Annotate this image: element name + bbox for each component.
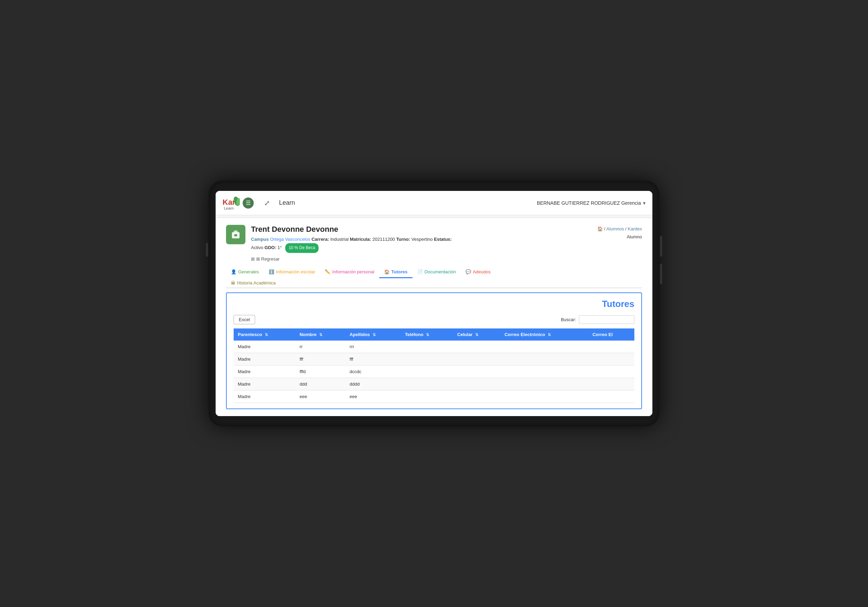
sort-icon: ⇅ (426, 333, 429, 337)
app-name: Learn (279, 199, 295, 206)
col-celular[interactable]: Celular ⇅ (453, 328, 500, 341)
expand-icon[interactable]: ⤢ (264, 199, 270, 207)
chevron-down-icon: ▾ (643, 200, 645, 206)
main-content: Trent Devonne Devonne Campus Ortega Vasc… (215, 218, 653, 416)
cell-apellidos: eee (346, 390, 401, 403)
tabs-nav: 👤 Generales ℹ️ Información escolar ✏️ In… (226, 266, 642, 288)
cell-correo2 (588, 365, 634, 378)
cell-correo (500, 390, 588, 403)
tab-generales[interactable]: 👤 Generales (226, 266, 264, 278)
regresar-btn[interactable]: ⊞ ⊞ Regresar (251, 256, 642, 262)
carrera-value: Industrial (330, 237, 349, 242)
cell-telefono (401, 353, 453, 365)
user-name: BERNABE GUTIERREZ RODRIGUEZ Gerencia (537, 200, 641, 206)
search-input[interactable] (579, 315, 634, 324)
student-info: Trent Devonne Devonne Campus Ortega Vasc… (251, 225, 452, 253)
tab-info-escolar[interactable]: ℹ️ Información escolar (264, 266, 320, 278)
user-menu[interactable]: BERNABE GUTIERREZ RODRIGUEZ Gerencia ▾ (537, 200, 645, 206)
cell-correo2 (588, 341, 634, 353)
cell-celular (453, 390, 500, 403)
tab-documentacion-icon: 📄 (417, 269, 423, 274)
tab-adeudos-icon: 💬 (465, 269, 471, 274)
col-correo[interactable]: Correo Electrónico ⇅ (500, 328, 588, 341)
cell-parentesco: Madre (234, 365, 295, 378)
search-row: Buscar: (561, 315, 634, 324)
cell-correo2 (588, 353, 634, 365)
tab-adeudos-label: Adeudos (473, 269, 490, 274)
tutores-panel: Tutores Excel Buscar: Parentesco ⇅ Nombr… (226, 293, 642, 409)
buscar-label: Buscar: (561, 317, 576, 322)
gdo-value: 1° (277, 245, 282, 250)
cell-celular (453, 365, 500, 378)
student-left: Trent Devonne Devonne Campus Ortega Vasc… (226, 225, 452, 253)
cell-celular (453, 353, 500, 365)
campus-value: Ortega Vasconcelos (270, 237, 310, 242)
table-body: MadrerrrrrMadreffffffMadrefffddccdcMadre… (234, 341, 634, 403)
cell-parentesco: Madre (234, 353, 295, 365)
backpack-icon (230, 229, 242, 240)
cell-correo (500, 353, 588, 365)
matricula-label: Matrícula: (350, 237, 371, 242)
regresar-icon: ⊞ (251, 256, 255, 262)
tab-documentacion[interactable]: 📄 Documentación (412, 266, 461, 278)
cell-telefono (401, 341, 453, 353)
breadcrumb-sep2: / (625, 226, 627, 231)
carrera-label: Carrera: (312, 237, 329, 242)
cell-telefono (401, 390, 453, 403)
cell-correo (500, 341, 588, 353)
tab-generales-icon: 👤 (231, 269, 236, 274)
regresar-label: ⊞ Regresar (256, 256, 280, 262)
student-header: Trent Devonne Devonne Campus Ortega Vasc… (226, 225, 642, 253)
cell-nombre: ddd (295, 378, 345, 390)
breadcrumb-sep1: / (604, 226, 606, 231)
tab-documentacion-label: Documentación (425, 269, 456, 274)
excel-button[interactable]: Excel (234, 315, 255, 324)
tab-info-personal[interactable]: ✏️ Información personal (320, 266, 379, 278)
navbar-left: Kambal Learn ☰ ⤢ Learn (223, 194, 295, 212)
table-row: Madreddddddd (234, 378, 634, 390)
hamburger-icon: ☰ (246, 200, 251, 206)
tab-tutores-label: Tutores (391, 269, 408, 274)
tab-adeudos[interactable]: 💬 Adeudos (461, 266, 495, 278)
breadcrumb-kardex[interactable]: Kardex (628, 226, 642, 231)
student-meta: Campus Ortega Vasconcelos Carrera: Indus… (251, 235, 452, 253)
tab-tutores[interactable]: 🏠 Tutores (379, 266, 412, 278)
tab-historia-icon: 🏛 (231, 280, 236, 285)
col-parentesco[interactable]: Parentesco ⇅ (234, 328, 295, 341)
turno-label: Turno: (396, 237, 410, 242)
sort-icon: ⇅ (475, 333, 478, 337)
cell-parentesco: Madre (234, 341, 295, 353)
cell-apellidos: fff (346, 353, 401, 365)
tab-info-escolar-label: Información escolar (276, 269, 315, 274)
cell-telefono (401, 378, 453, 390)
col-nombre[interactable]: Nombre ⇅ (295, 328, 345, 341)
table-row: Madrefffddccdc (234, 365, 634, 378)
tab-generales-label: Generales (238, 269, 259, 274)
col-telefono[interactable]: Teléfono ⇅ (401, 328, 453, 341)
sort-icon: ⇅ (265, 333, 268, 337)
navbar: Kambal Learn ☰ ⤢ Learn BERNABE GUTIERREZ… (215, 191, 653, 215)
sort-icon: ⇅ (373, 333, 376, 337)
beca-badge: 10 % De Beca (285, 243, 319, 253)
breadcrumb-alumno: Alumno (627, 234, 642, 239)
tab-historia-label: Historia Académica (237, 280, 276, 285)
cell-nombre: rr (295, 341, 345, 353)
estatus-label: Estatus: (434, 237, 452, 242)
student-name: Trent Devonne Devonne (251, 225, 452, 234)
svg-text:Learn: Learn (224, 206, 234, 210)
cell-parentesco: Madre (234, 390, 295, 403)
tab-info-personal-label: Información personal (332, 269, 374, 274)
breadcrumb: 🏠 / Alumnos / Kardex Alumno (597, 225, 642, 241)
col-correo2[interactable]: Correo El (588, 328, 634, 341)
student-avatar (226, 225, 245, 244)
campus-label: Campus (251, 237, 269, 242)
tutores-title: Tutores (234, 299, 634, 310)
cell-apellidos: dccdc (346, 365, 401, 378)
estatus-value: Activo (251, 245, 263, 250)
gdo-label: GDO: (265, 245, 276, 250)
tab-historia[interactable]: 🏛 Historia Académica (226, 277, 642, 288)
menu-icon[interactable]: ☰ (243, 197, 254, 209)
tab-info-personal-icon: ✏️ (325, 269, 330, 274)
breadcrumb-alumnos[interactable]: Alumnos (606, 226, 624, 231)
col-apellidos[interactable]: Apellidos ⇅ (346, 328, 401, 341)
